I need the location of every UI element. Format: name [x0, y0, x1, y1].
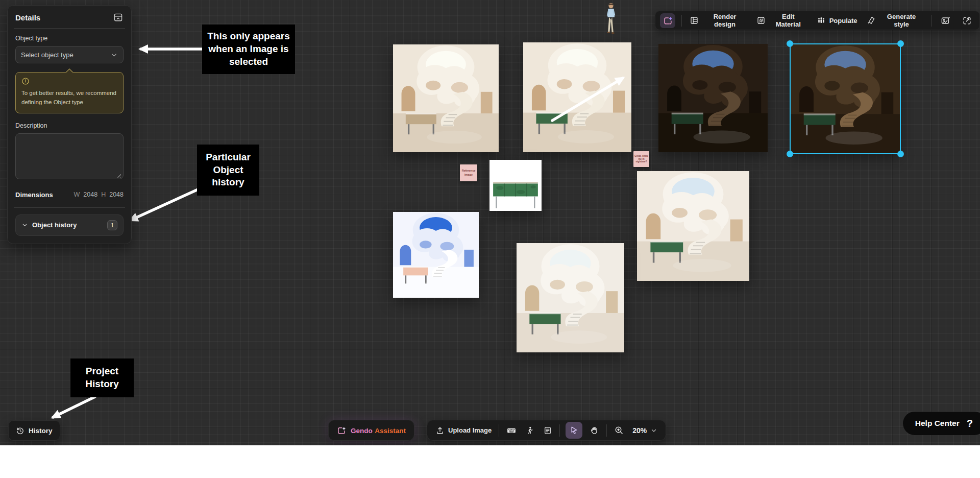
help-center-button[interactable]: Help Center ?	[903, 412, 980, 435]
generate-style-label: Generate style	[879, 13, 924, 28]
history-icon	[16, 426, 24, 435]
project-history-button[interactable]: History	[8, 420, 60, 441]
generate-style-button[interactable]: Generate style	[865, 11, 925, 30]
ai-frame-button[interactable]	[660, 13, 675, 28]
canvas-image-render-daylight-green-console[interactable]	[523, 42, 631, 152]
object-type-dropdown[interactable]: Select object type	[15, 46, 124, 63]
canvas-image-render-evening-selected[interactable]	[791, 44, 900, 153]
toolbar-divider	[931, 15, 932, 27]
selection-handle-bottom-left[interactable]	[787, 151, 793, 157]
canvas-image-render-night[interactable]	[658, 44, 768, 152]
edit-material-label: Edit Material	[769, 13, 807, 28]
description-label: Description	[15, 122, 124, 129]
canvas-image-render-daylight-3[interactable]	[517, 243, 624, 352]
edit-material-button[interactable]: Edit Material	[755, 11, 809, 30]
hand-icon	[590, 425, 599, 435]
expand-fullscreen-button[interactable]	[960, 13, 975, 28]
upload-image-button[interactable]: Upload Image	[434, 424, 493, 437]
walking-man-illustration	[603, 3, 619, 36]
populate-people-icon	[817, 16, 826, 25]
panel-collapse-icon[interactable]	[113, 12, 124, 22]
details-panel-title: Details	[15, 13, 40, 22]
toolbar-divider	[559, 424, 560, 437]
dimension-h-value: 2048	[109, 191, 124, 198]
selection-handle-bottom-right[interactable]	[897, 151, 904, 157]
pan-tool-button[interactable]	[588, 424, 601, 437]
annotation-image-selected: This only appears when an Image is selec…	[202, 25, 295, 74]
note-icon	[543, 426, 552, 435]
edit-material-icon	[756, 16, 766, 25]
chevron-down-icon	[21, 222, 28, 228]
canvas-image-sketch-lineart[interactable]	[393, 212, 479, 298]
canvas-image-render-daylight-1[interactable]	[393, 44, 499, 152]
upload-icon	[435, 426, 445, 435]
expand-arrow-icon	[962, 16, 972, 26]
selection-handle-top-right[interactable]	[897, 40, 904, 47]
keyboard-icon	[506, 425, 517, 436]
cursor-icon	[569, 425, 579, 435]
canvas-image-person-cutout[interactable]	[603, 3, 619, 36]
arrow-to-history-button	[53, 397, 95, 417]
populate-button[interactable]: Populate	[815, 14, 859, 27]
selection-handle-top-left[interactable]	[787, 40, 793, 47]
assistant-word-label: Assistant	[375, 427, 406, 435]
divider	[14, 28, 125, 29]
canvas-image-console-reference[interactable]	[489, 160, 542, 211]
page-bottom-margin	[0, 445, 980, 478]
person-walking-icon	[525, 426, 534, 435]
arrow-to-object-history	[131, 188, 200, 220]
sticky-note-reference-image[interactable]: Reference Image	[460, 164, 477, 181]
dimension-h-label: H	[101, 191, 106, 198]
render-design-button[interactable]: Render design	[688, 11, 749, 30]
details-panel: Details Object type Select object type T…	[7, 5, 132, 244]
help-center-label: Help Center	[915, 419, 960, 428]
gendo-assistant-button[interactable]: Gendo Assistant	[328, 420, 414, 441]
object-history-label: Object history	[32, 221, 103, 229]
chevron-down-icon	[110, 51, 118, 59]
frame-sparkle-icon	[337, 426, 346, 435]
dimension-w-value: 2048	[83, 191, 97, 198]
toolbar-divider	[606, 424, 607, 437]
zoom-level-value: 20%	[632, 426, 647, 435]
zoom-tool-button[interactable]	[612, 424, 625, 437]
object-type-warning: To get better results, we recommend defi…	[15, 72, 124, 113]
render-design-icon	[690, 16, 699, 25]
object-history-toggle[interactable]: Object history 1	[15, 214, 124, 236]
assistant-brand-label: Gendo	[351, 427, 373, 435]
history-label: History	[29, 427, 53, 435]
object-type-label: Object type	[15, 35, 124, 42]
object-type-value: Select object type	[21, 51, 74, 59]
generate-style-icon	[867, 16, 876, 25]
frame-sparkle-icon	[663, 16, 673, 26]
zoom-in-magnifier-icon	[614, 425, 624, 435]
keyboard-shortcuts-button[interactable]	[505, 424, 518, 437]
question-mark-icon: ?	[967, 418, 973, 429]
chevron-down-icon	[650, 427, 657, 434]
description-textarea[interactable]	[15, 133, 124, 179]
dimensions-label: Dimensions	[15, 191, 53, 199]
annotation-project-history: Project History	[70, 358, 134, 397]
canvas-image-render-daylight-2[interactable]	[637, 171, 749, 281]
top-toolbar: Render design Edit Material Populate	[655, 11, 980, 30]
zoom-level-dropdown[interactable]: 20%	[631, 425, 659, 436]
infinite-canvas[interactable]: Reference Image Great, show me in nighti…	[0, 0, 980, 445]
add-person-button[interactable]	[524, 424, 536, 437]
bottom-toolbar: Upload Image	[427, 420, 666, 441]
green-console-illustration	[489, 160, 542, 211]
generate-image-button[interactable]	[938, 13, 953, 28]
info-icon	[21, 77, 30, 85]
object-history-count-badge: 1	[107, 220, 117, 230]
populate-label: Populate	[829, 17, 857, 25]
select-tool-button[interactable]	[566, 422, 582, 439]
notes-button[interactable]	[542, 424, 554, 437]
divider	[14, 207, 125, 208]
toolbar-divider	[681, 15, 682, 27]
image-sparkle-icon	[941, 16, 950, 26]
dimension-w-label: W	[74, 191, 80, 198]
render-design-label: Render design	[702, 13, 747, 28]
gendo-app: Reference Image Great, show me in nighti…	[0, 0, 980, 478]
sticky-note-nighttime-prompt[interactable]: Great, show me in nightime?	[633, 151, 649, 167]
upload-image-label: Upload Image	[448, 426, 492, 434]
annotation-object-history: Particular Object history	[197, 145, 259, 196]
toolbar-divider	[499, 424, 499, 437]
